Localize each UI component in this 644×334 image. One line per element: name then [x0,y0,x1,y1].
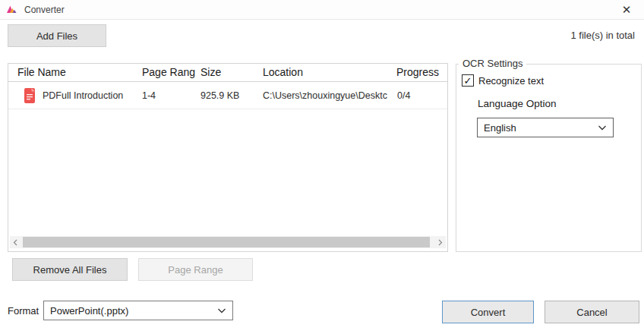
convert-button[interactable]: Convert [442,301,534,323]
column-header-progress: Progress [396,66,439,78]
converter-dialog: Converter ✕ Add Files 1 file(s) in total… [0,0,644,334]
files-count-label: 1 file(s) in total [570,30,635,41]
format-dropdown[interactable]: PowerPoint(.pptx) [43,301,233,320]
file-location-cell: C:\Users\zhouxingyue\Desktc [263,90,387,101]
pdf-file-icon [24,88,36,103]
recognize-text-label: Recognize text [478,75,544,87]
column-header-file-name: File Name [17,66,66,78]
table-row[interactable]: PDFull Introduction 1-4 925.9 KB C:\User… [8,83,447,109]
column-header-page-range: Page Rang [142,66,195,78]
file-name-cell: PDFull Introduction [43,90,123,101]
horizontal-scrollbar[interactable] [10,236,446,248]
recognize-text-checkbox[interactable]: ✓ [462,74,474,87]
language-dropdown-value: English [484,122,516,134]
chevron-down-icon [217,305,226,317]
column-header-location: Location [263,66,303,78]
file-size-cell: 925.9 KB [200,90,239,101]
chevron-down-icon [598,122,607,134]
page-range-button: Page Range [138,258,253,281]
ocr-settings-group: OCR Settings ✓ Recognize text Language O… [456,64,642,252]
page-range-cell: 1-4 [142,90,156,101]
language-option-label: Language Option [478,98,557,109]
progress-cell: 0/4 [397,90,410,101]
format-label: Format [8,305,39,317]
column-header-size: Size [200,66,221,78]
file-table: File Name Page Rang Size Location Progre… [8,63,448,252]
language-dropdown[interactable]: English [477,118,614,137]
table-header-row: File Name Page Rang Size Location Progre… [8,64,447,82]
add-files-button[interactable]: Add Files [8,24,106,47]
remove-all-files-button[interactable]: Remove All Files [12,258,128,281]
format-dropdown-value: PowerPoint(.pptx) [50,305,128,317]
title-bar: Converter ✕ [0,0,644,20]
window-title: Converter [24,5,65,15]
close-icon[interactable]: ✕ [614,0,639,20]
cancel-button[interactable]: Cancel [545,301,639,323]
scroll-right-icon[interactable] [434,236,446,248]
check-icon: ✓ [464,76,472,86]
recognize-text-option[interactable]: ✓ Recognize text [462,74,544,87]
ocr-settings-label: OCR Settings [459,58,526,69]
scroll-left-icon[interactable] [10,236,21,248]
app-logo-icon [6,4,17,15]
scrollbar-thumb[interactable] [23,237,430,247]
